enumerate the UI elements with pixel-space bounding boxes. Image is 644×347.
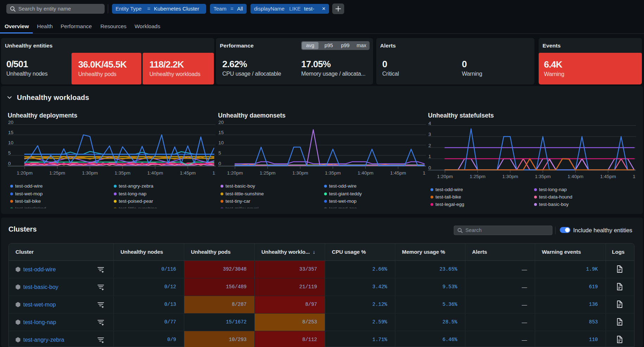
svg-text:1:30pm: 1:30pm xyxy=(82,170,98,176)
svg-text:3: 3 xyxy=(428,132,431,137)
svg-text:1:35pm: 1:35pm xyxy=(325,170,341,176)
svg-text:20: 20 xyxy=(218,120,224,125)
svg-text:4: 4 xyxy=(428,121,431,126)
svg-text:1:35pm: 1:35pm xyxy=(114,170,130,176)
svg-text:1:30pm: 1:30pm xyxy=(292,170,308,176)
svg-text:0: 0 xyxy=(428,165,431,170)
svg-text:1:40pm: 1:40pm xyxy=(568,174,583,179)
svg-text:0: 0 xyxy=(218,161,221,166)
svg-text:1:25pm: 1:25pm xyxy=(470,174,485,179)
svg-text:5: 5 xyxy=(218,150,221,156)
svg-text:1:35pm: 1:35pm xyxy=(535,174,551,179)
svg-text:1:30pm: 1:30pm xyxy=(502,174,518,179)
svg-text:1:45pm: 1:45pm xyxy=(390,170,406,176)
svg-text:1:50pm: 1:50pm xyxy=(633,174,636,179)
svg-text:2: 2 xyxy=(428,143,431,148)
svg-text:20: 20 xyxy=(8,120,13,125)
svg-text:1:25pm: 1:25pm xyxy=(49,170,65,176)
svg-text:15: 15 xyxy=(218,130,224,135)
svg-text:10: 10 xyxy=(218,140,224,145)
svg-text:1:20pm: 1:20pm xyxy=(17,170,32,176)
svg-text:1:20pm: 1:20pm xyxy=(227,170,243,176)
svg-text:1: 1 xyxy=(428,154,431,159)
svg-text:0: 0 xyxy=(8,161,11,166)
svg-text:1:45pm: 1:45pm xyxy=(180,170,196,176)
svg-text:1:25pm: 1:25pm xyxy=(260,170,275,176)
svg-text:1:40pm: 1:40pm xyxy=(147,170,163,176)
svg-text:1:50pm: 1:50pm xyxy=(423,170,426,176)
svg-text:1:20pm: 1:20pm xyxy=(437,174,453,179)
svg-text:1:50pm: 1:50pm xyxy=(212,170,216,176)
svg-text:1:45pm: 1:45pm xyxy=(600,174,616,179)
svg-text:5: 5 xyxy=(8,150,11,156)
svg-text:1:40pm: 1:40pm xyxy=(358,170,373,176)
svg-text:15: 15 xyxy=(8,130,13,135)
svg-text:10: 10 xyxy=(8,140,13,145)
